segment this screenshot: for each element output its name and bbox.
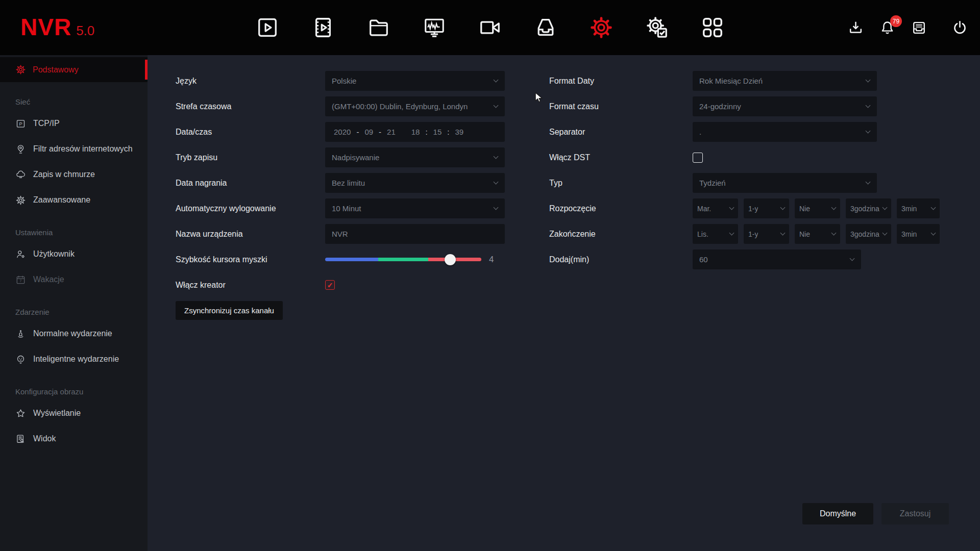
chevron-down-icon xyxy=(494,154,499,159)
month-value[interactable]: 09 xyxy=(364,128,373,136)
sidebar-item-inteligentne-wydarzenie[interactable]: Inteligentne wydarzenie xyxy=(0,346,148,372)
time-format-select[interactable]: 24-godzinny xyxy=(693,96,877,116)
dst-end-minute-select[interactable]: 3min xyxy=(897,224,940,244)
chevron-down-icon xyxy=(494,103,499,108)
sidebar-item-zapis-w-chmurze[interactable]: Zapis w chmurze xyxy=(0,162,148,187)
notification-badge: 79 xyxy=(890,15,902,27)
logo-version: 5.0 xyxy=(76,23,94,39)
sidebar-item-label: TCP/IP xyxy=(33,119,60,128)
sidebar-item-label: Filtr adresów internetowych xyxy=(33,144,133,154)
date-format-select[interactable]: Rok Miesiąc Dzień xyxy=(693,71,877,91)
chevron-down-icon xyxy=(850,256,855,261)
section-header-ustawienia: Ustawienia xyxy=(15,228,148,237)
chevron-down-icon xyxy=(931,231,936,236)
record-days-select[interactable]: Bez limitu xyxy=(325,173,505,193)
device-name-label: Nazwa urządzenia xyxy=(176,230,325,239)
system-monitor-icon[interactable] xyxy=(421,14,448,41)
dst-start-hour-select[interactable]: 3godzina xyxy=(846,198,891,218)
cursor-speed-slider: 4 xyxy=(325,255,494,265)
timezone-label: Strefa czasowa xyxy=(176,102,325,111)
datetime-field[interactable]: 2020 - 09 - 21 18 : 15 : 39 xyxy=(325,122,505,142)
star-icon xyxy=(15,408,26,419)
dst-type-select[interactable]: Tydzień xyxy=(693,173,877,193)
second-value[interactable]: 39 xyxy=(455,128,463,136)
backup-device-icon[interactable] xyxy=(910,18,928,37)
camera-icon[interactable] xyxy=(476,14,504,41)
chevron-down-icon xyxy=(831,231,837,236)
enable-dst-checkbox[interactable] xyxy=(693,153,703,163)
sidebar-item-zaawansowane[interactable]: Zaawansowane xyxy=(0,187,148,213)
minute-value[interactable]: 15 xyxy=(433,128,442,136)
top-bar: NVR 5.0 xyxy=(0,0,980,55)
record-days-row: Data nagrania Bez limitu xyxy=(176,173,505,193)
live-preview-icon[interactable] xyxy=(254,14,281,41)
dst-end-month-select[interactable]: Lis. xyxy=(693,224,738,244)
auto-logout-select[interactable]: 10 Minut xyxy=(325,198,505,218)
enable-wizard-checkbox[interactable]: ✓ xyxy=(325,280,335,290)
slider-knob[interactable] xyxy=(445,254,456,265)
separator-select[interactable]: . xyxy=(693,122,877,142)
sidebar-item-label: Użytkownik xyxy=(33,249,75,259)
sidebar-item-label: Zapis w chmurze xyxy=(33,170,95,179)
sidebar-item-widok[interactable]: Widok xyxy=(0,426,148,452)
sidebar-item-wyswietlanie[interactable]: Wyświetlanie xyxy=(0,400,148,426)
sidebar-item-tcpip[interactable]: P TCP/IP xyxy=(0,111,148,136)
dst-offset-row: Dodaj(min) 60 xyxy=(549,249,940,269)
dst-start-day-select[interactable]: Nie xyxy=(795,198,840,218)
chevron-down-icon xyxy=(494,180,499,185)
enable-dst-label: Włącz DST xyxy=(549,153,693,162)
power-icon[interactable] xyxy=(950,18,969,37)
download-icon[interactable] xyxy=(846,18,865,37)
sidebar-item-filtr-adresow[interactable]: Filtr adresów internetowych xyxy=(0,136,148,162)
default-button[interactable]: Domyślne xyxy=(802,503,873,524)
sidebar-item-normalne-wydarzenie[interactable]: Normalne wydarzenie xyxy=(0,321,148,346)
file-manager-icon[interactable] xyxy=(365,14,393,41)
record-mode-select[interactable]: Nadpisywanie xyxy=(325,147,505,167)
sidebar-item-label: Zaawansowane xyxy=(33,195,90,205)
dst-start-minute-select[interactable]: 3min xyxy=(897,198,940,218)
form-column-left: Język Polskie Strefa czasowa (GMT+00:00)… xyxy=(176,71,505,326)
datetime-label: Data/czas xyxy=(176,128,325,137)
settings-gear-icon[interactable] xyxy=(587,14,615,41)
dst-offset-select[interactable]: 60 xyxy=(693,249,861,269)
year-value[interactable]: 2020 xyxy=(334,128,351,136)
chevron-down-icon xyxy=(866,103,871,108)
dst-start-month-select[interactable]: Mar. xyxy=(693,198,738,218)
slider-track[interactable] xyxy=(325,258,481,261)
chevron-down-icon xyxy=(831,205,837,210)
maintenance-icon[interactable] xyxy=(643,14,671,41)
sidebar-item-podstawowy[interactable]: Podstawowy xyxy=(0,57,148,82)
record-mode-row: Tryb zapisu Nadpisywanie xyxy=(176,147,505,167)
day-value[interactable]: 21 xyxy=(387,128,396,136)
hour-value[interactable]: 18 xyxy=(411,128,420,136)
chevron-down-icon xyxy=(866,129,871,134)
p-square-icon: P xyxy=(15,118,26,129)
svg-text:P: P xyxy=(19,121,22,127)
sidebar-item-uzytkownik[interactable]: Użytkownik xyxy=(0,241,148,267)
language-select[interactable]: Polskie xyxy=(325,71,505,91)
chevron-down-icon xyxy=(931,205,936,210)
dst-start-week-select[interactable]: 1-y xyxy=(744,198,789,218)
datetime-row: Data/czas 2020 - 09 - 21 18 : 15 : 39 xyxy=(176,122,505,142)
logo-text: NVR xyxy=(20,13,71,41)
storage-icon[interactable] xyxy=(532,14,559,41)
dst-end-day-select[interactable]: Nie xyxy=(795,224,840,244)
check-icon: ✓ xyxy=(327,281,333,289)
record-mode-label: Tryb zapisu xyxy=(176,153,325,162)
date-format-row: Format Daty Rok Miesiąc Dzień xyxy=(549,71,940,91)
playback-icon[interactable] xyxy=(309,14,337,41)
chevron-down-icon xyxy=(866,180,871,185)
sync-channel-time-button[interactable]: Zsynchronizuj czas kanału xyxy=(176,301,283,320)
timezone-select[interactable]: (GMT+00:00) Dublin, Edynburg, Londyn xyxy=(325,96,505,116)
apps-grid-icon[interactable] xyxy=(699,14,726,41)
sidebar-item-label: Podstawowy xyxy=(33,65,79,74)
device-name-input[interactable] xyxy=(325,224,505,244)
chevron-down-icon xyxy=(780,231,786,236)
notifications-bell-icon[interactable]: 79 xyxy=(878,18,896,37)
apply-button[interactable]: Zastosuj xyxy=(881,503,949,524)
sync-row: Zsynchronizuj czas kanału xyxy=(176,300,505,320)
dst-end-week-select[interactable]: 1-y xyxy=(744,224,789,244)
sidebar-item-wakacje[interactable]: 7 Wakacje xyxy=(0,267,148,292)
dst-end-hour-select[interactable]: 3godzina xyxy=(846,224,891,244)
device-name-row: Nazwa urządzenia xyxy=(176,224,505,244)
